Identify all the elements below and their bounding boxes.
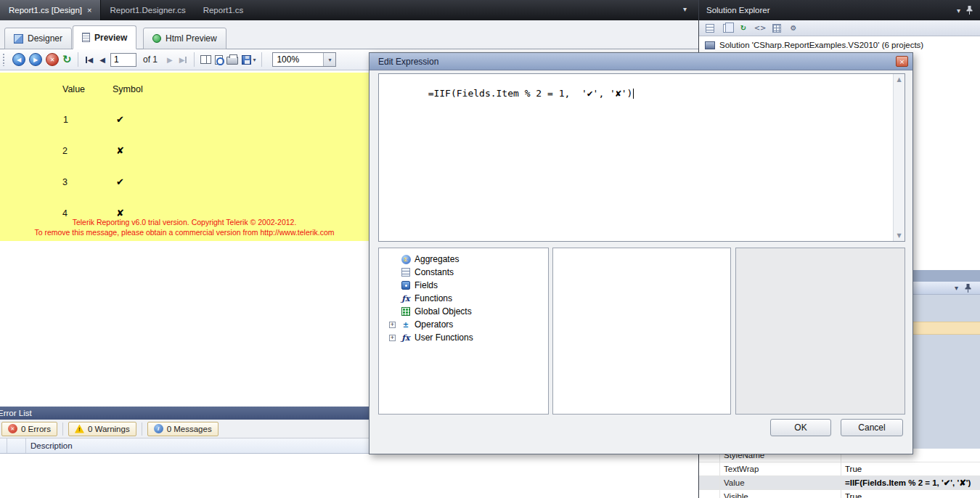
doc-tab-report1-cs[interactable]: Report1.cs — [195, 0, 253, 20]
dialog-close-button[interactable]: × — [896, 56, 908, 67]
tree-item-fields[interactable]: Fields — [379, 279, 548, 292]
zoom-combobox[interactable]: 100% ▾ — [272, 52, 336, 67]
zoom-value: 100% — [273, 54, 323, 65]
page-number-input[interactable] — [110, 53, 136, 67]
refresh-icon[interactable]: ↻ — [738, 23, 749, 33]
pin-icon[interactable] — [965, 284, 971, 293]
navigate-forward-button[interactable]: ▶ — [29, 53, 42, 66]
tree-item-aggregates[interactable]: Σ Aggregates — [379, 253, 548, 266]
scroll-down-icon[interactable]: ▼ — [894, 232, 905, 239]
dialog-title: Edit Expression — [378, 57, 896, 67]
tab-designer-label: Designer — [28, 33, 62, 44]
user-functions-icon: ƒx — [401, 333, 409, 343]
forward-icon: ▶ — [33, 57, 38, 63]
scroll-up-icon[interactable]: ▲ — [894, 76, 905, 83]
warnings-filter-button[interactable]: ! 0 Warnings — [68, 422, 136, 436]
close-icon: × — [899, 58, 905, 65]
description-column-header[interactable]: Description — [26, 441, 73, 450]
report-cell-value: 1 — [63, 115, 68, 125]
next-page-button[interactable]: ▶ — [166, 56, 174, 64]
tab-preview[interactable]: Preview — [73, 25, 136, 49]
property-value[interactable]: True — [841, 490, 980, 498]
property-row[interactable]: Visible True — [699, 490, 980, 498]
next-page-icon: ▶ — [167, 56, 173, 64]
html-preview-icon — [152, 34, 161, 43]
report-cell-value: 4 — [62, 208, 68, 219]
solution-explorer-toolbar: ↻ <> ⚙ — [699, 20, 980, 36]
tree-item-label: User Functions — [415, 332, 473, 343]
zoom-dropdown-icon[interactable]: ▾ — [323, 53, 335, 66]
errors-filter-button[interactable]: ✕ 0 Errors — [1, 422, 57, 436]
property-value[interactable]: True — [841, 462, 980, 475]
tree-item-operators[interactable]: + ± Operators — [379, 318, 548, 331]
property-name[interactable]: Visible — [699, 490, 841, 498]
tree-item-label: Operators — [415, 319, 453, 330]
view-code-icon[interactable]: <> — [754, 23, 766, 33]
previous-page-button[interactable]: ◀ — [98, 56, 107, 64]
first-page-icon — [86, 57, 87, 63]
edit-expression-dialog: Edit Expression × =IIF(Fields.Item % 2 =… — [369, 52, 913, 454]
first-page-button[interactable]: ◀ — [84, 56, 95, 64]
show-all-files-icon[interactable] — [721, 23, 732, 33]
print-preview-button[interactable] — [215, 55, 223, 65]
doc-tab-label: Report1.cs — [203, 6, 244, 15]
property-value[interactable]: =IIF(Fields.Item % 2 = 1, '✔', '✘') — [841, 476, 980, 489]
filterbar-separator — [62, 423, 63, 436]
navigate-back-button[interactable]: ◀ — [12, 53, 25, 66]
back-icon: ◀ — [17, 57, 21, 63]
last-page-button[interactable]: ▶ — [178, 56, 189, 64]
messages-count-label: 0 Messages — [167, 425, 212, 433]
toolbar-grip[interactable] — [2, 53, 6, 66]
report-column-header: Value — [62, 84, 85, 94]
report-cell-symbol: ✔ — [116, 176, 124, 187]
tab-html-preview[interactable]: Html Preview — [143, 28, 226, 49]
expand-toggle[interactable]: + — [389, 322, 396, 328]
dialog-titlebar[interactable]: Edit Expression × — [369, 53, 912, 70]
expand-toggle[interactable]: + — [389, 335, 396, 341]
stop-icon: ✕ — [50, 57, 55, 63]
trial-message-line2: To remove this message, please obtain a … — [0, 228, 369, 237]
cancel-button[interactable]: Cancel — [841, 419, 903, 436]
info-icon: i — [154, 424, 163, 433]
pin-icon[interactable] — [966, 6, 973, 15]
export-button[interactable]: ▾ — [242, 55, 256, 65]
expression-textarea[interactable]: =IIF(Fields.Item % 2 = 1, '✔', '✘') ▲ ▼ — [378, 73, 905, 242]
tree-item-functions[interactable]: ƒx Functions — [379, 292, 548, 305]
vertical-scrollbar[interactable]: ▲ ▼ — [893, 74, 905, 241]
doc-tab-report1-designer-cs[interactable]: Report1.Designer.cs — [101, 0, 194, 20]
window-menu-icon[interactable]: ▾ — [957, 7, 960, 15]
tree-item-constants[interactable]: Constants — [379, 266, 548, 279]
tree-item-label: Global Objects — [415, 306, 472, 317]
text-caret — [633, 89, 634, 99]
refresh-button[interactable]: ↻ — [62, 53, 72, 66]
properties-icon[interactable] — [704, 23, 716, 33]
solution-root-node[interactable]: Solution 'CSharp.ReportExamples.VS2010' … — [699, 36, 980, 49]
tab-designer[interactable]: Designer — [4, 28, 72, 49]
window-menu-icon[interactable]: ▾ — [955, 284, 958, 292]
settings-icon[interactable]: ⚙ — [788, 23, 799, 33]
solution-root-label: Solution 'CSharp.ReportExamples.VS2010' … — [719, 41, 923, 49]
stop-rendering-button[interactable]: ✕ — [46, 53, 59, 66]
tree-item-user-functions[interactable]: + ƒx User Functions — [379, 331, 548, 344]
filterbar-separator — [142, 423, 142, 436]
expression-members-list[interactable] — [552, 248, 731, 415]
class-diagram-icon[interactable] — [771, 23, 783, 33]
tab-list-dropdown-icon[interactable]: ▾ — [683, 5, 687, 13]
ok-button[interactable]: OK — [770, 419, 831, 436]
report-cell-symbol: ✘ — [116, 145, 124, 156]
export-dropdown-icon[interactable]: ▾ — [253, 57, 256, 63]
designer-tabstrip: Designer Preview Html Preview — [0, 20, 698, 49]
property-row[interactable]: TextWrap True — [699, 462, 980, 476]
print-button[interactable] — [226, 57, 238, 65]
document-map-button[interactable] — [200, 55, 211, 64]
close-icon[interactable]: × — [87, 6, 91, 15]
messages-filter-button[interactable]: i 0 Messages — [147, 422, 219, 436]
tree-item-label: Functions — [415, 293, 452, 303]
doc-tab-label: Report1.cs [Design] — [9, 6, 82, 15]
property-row-selected[interactable]: Value =IIF(Fields.Item % 2 = 1, '✔', '✘'… — [699, 476, 980, 490]
doc-tab-report1-design[interactable]: Report1.cs [Design] × — [0, 0, 101, 20]
solution-explorer-title: Solution Explorer — [706, 6, 770, 15]
property-name[interactable]: Value — [699, 476, 841, 489]
tree-item-global-objects[interactable]: Global Objects — [379, 305, 548, 318]
property-name[interactable]: TextWrap — [699, 462, 841, 475]
